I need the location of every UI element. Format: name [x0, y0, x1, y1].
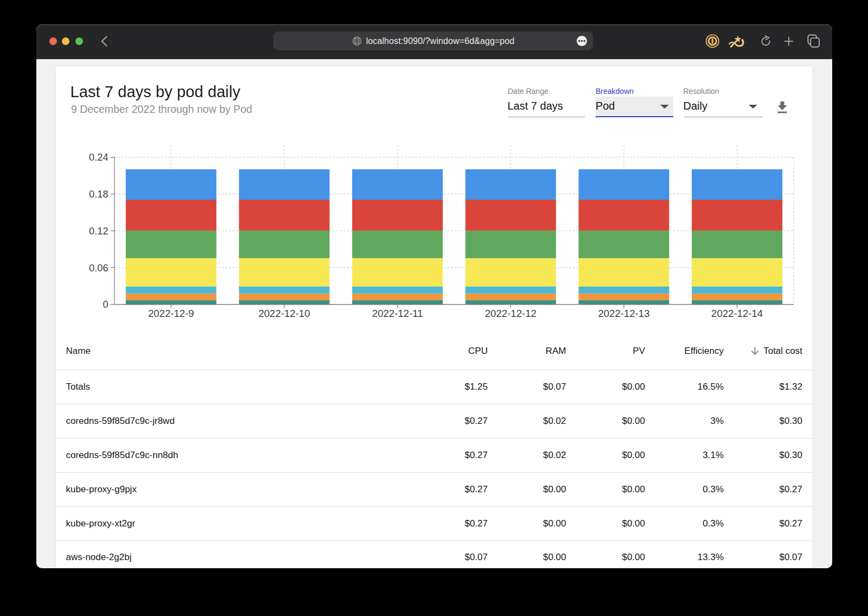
svg-text:2022-12-9: 2022-12-9: [148, 308, 194, 319]
svg-text:2022-12-10: 2022-12-10: [258, 308, 310, 319]
svg-text:0.24: 0.24: [89, 152, 108, 163]
svg-text:0.18: 0.18: [89, 189, 108, 200]
svg-text:0: 0: [103, 299, 108, 310]
svg-text:2022-12-12: 2022-12-12: [484, 308, 536, 319]
svg-text:2022-12-14: 2022-12-14: [711, 308, 763, 319]
svg-text:2022-12-13: 2022-12-13: [598, 308, 649, 319]
svg-text:2022-12-11: 2022-12-11: [372, 308, 423, 319]
svg-text:0.12: 0.12: [89, 226, 108, 237]
svg-text:0.06: 0.06: [89, 263, 108, 274]
